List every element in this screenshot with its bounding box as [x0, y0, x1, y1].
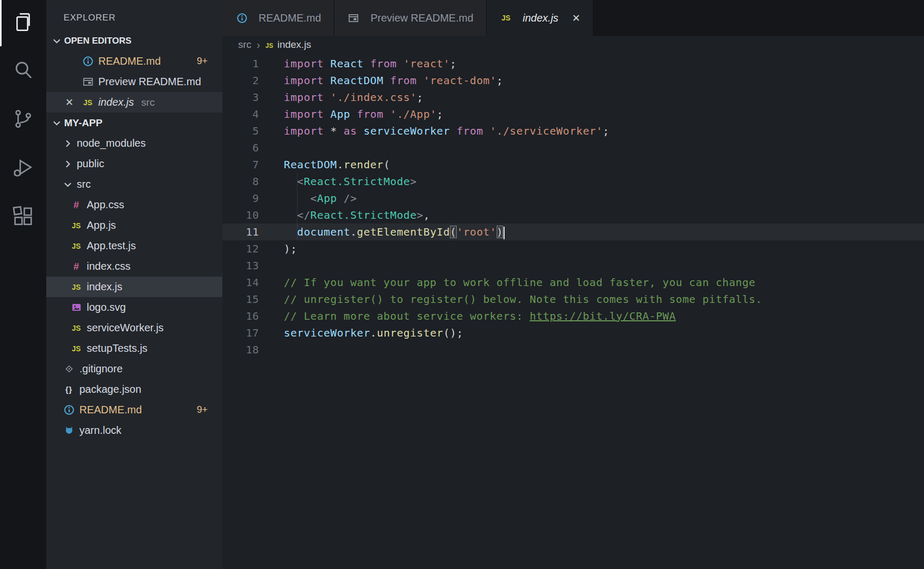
code-line-10[interactable]: 10 </React.StrictMode>, — [222, 207, 924, 223]
folder-label: src — [77, 178, 91, 190]
line-number[interactable]: 4 — [222, 106, 259, 123]
line-number[interactable]: 17 — [222, 324, 259, 341]
line-number[interactable]: 16 — [222, 308, 259, 324]
code-line-6[interactable]: 6 — [222, 139, 924, 156]
line-number[interactable]: 2 — [222, 72, 259, 89]
line-text: import React from 'react'; — [259, 55, 457, 72]
code-token: serviceWorker — [284, 327, 370, 339]
line-number[interactable]: 6 — [222, 139, 259, 156]
activity-bar-item-run-debug[interactable] — [0, 144, 46, 193]
tree-item-src[interactable]: src — [46, 174, 222, 195]
tab-preview-readme-md[interactable]: Preview README.md — [334, 0, 487, 36]
line-number[interactable]: 3 — [222, 89, 259, 106]
line-number[interactable]: 11 — [222, 223, 259, 240]
code-line-7[interactable]: 7ReactDOM.render( — [222, 156, 924, 173]
info-icon — [235, 12, 249, 24]
code-editor[interactable]: 1import React from 'react';2import React… — [222, 54, 924, 569]
close-icon[interactable]: ✕ — [572, 12, 580, 24]
breadcrumb-item-index-js[interactable]: JSindex.js — [265, 39, 311, 50]
open-editor-detail: src — [141, 97, 155, 108]
tree-item-serviceworker-js[interactable]: JSserviceWorker.js — [46, 318, 222, 338]
line-number[interactable]: 13 — [222, 257, 259, 274]
tree-item-index-css[interactable]: #index.css — [46, 256, 222, 277]
tree-item-setuptests-js[interactable]: JSsetupTests.js — [46, 338, 222, 359]
yarn-icon — [62, 424, 76, 437]
line-number[interactable]: 14 — [222, 274, 259, 291]
line-number[interactable]: 9 — [222, 190, 259, 207]
open-editor-index-js[interactable]: ✕JSindex.jssrc — [46, 92, 222, 113]
code-line-9[interactable]: 9 <App /> — [222, 190, 924, 207]
code-line-8[interactable]: 8 <React.StrictMode> — [222, 173, 924, 190]
files-icon — [12, 11, 35, 36]
tree-item-readme-md[interactable]: README.md9+ — [46, 400, 222, 420]
activity-bar-item-search[interactable] — [0, 46, 46, 95]
file-label: logo.svg — [87, 301, 126, 313]
code-token: . — [350, 226, 357, 238]
line-text: <App /> — [259, 190, 357, 207]
line-number[interactable]: 15 — [222, 291, 259, 308]
activity-bar-item-explorer[interactable] — [0, 0, 46, 46]
tab-index-js[interactable]: JSindex.js✕ — [487, 0, 594, 36]
tree-item-package-json[interactable]: {}package.json — [46, 379, 222, 400]
line-number[interactable]: 8 — [222, 173, 259, 190]
code-line-4[interactable]: 4import App from './App'; — [222, 106, 924, 123]
preview-icon — [81, 76, 95, 88]
code-token: ; — [603, 125, 610, 137]
tree-item-app-css[interactable]: #App.css — [46, 195, 222, 215]
code-token: App — [317, 192, 337, 205]
tree-item-index-js[interactable]: JSindex.js — [46, 277, 222, 297]
line-text: ReactDOM.render( — [259, 156, 390, 173]
code-line-11[interactable]: 11 document.getElementById('root') — [222, 223, 924, 240]
code-line-2[interactable]: 2import ReactDOM from 'react-dom'; — [222, 72, 924, 89]
tree-item-app-test-js[interactable]: JSApp.test.js — [46, 236, 222, 256]
close-icon[interactable]: ✕ — [65, 97, 74, 107]
code-token: 'root' — [457, 226, 497, 238]
line-text — [259, 257, 284, 274]
code-token: './serviceWorker' — [490, 125, 603, 137]
code-line-1[interactable]: 1import React from 'react'; — [222, 55, 924, 72]
code-line-14[interactable]: 14// If you want your app to work offlin… — [222, 274, 924, 291]
open-editors-header[interactable]: OPEN EDITORS — [46, 31, 222, 51]
line-number[interactable]: 10 — [222, 207, 259, 223]
code-line-16[interactable]: 16// Learn more about service workers: h… — [222, 308, 924, 324]
tree-item-node-modules[interactable]: node_modules — [46, 133, 222, 154]
line-number[interactable]: 7 — [222, 156, 259, 173]
chevron-right-icon — [62, 158, 74, 170]
line-number[interactable]: 18 — [222, 341, 259, 358]
tree-item-yarn-lock[interactable]: yarn.lock — [46, 420, 222, 441]
line-number[interactable]: 5 — [222, 123, 259, 139]
project-header[interactable]: MY-APP — [46, 113, 222, 133]
code-token: , — [424, 209, 430, 221]
open-editor-readme-md[interactable]: README.md9+ — [46, 51, 222, 72]
dirty-slot: ✕ — [65, 97, 81, 107]
code-line-3[interactable]: 3import './index.css'; — [222, 89, 924, 106]
project-label: MY-APP — [64, 117, 102, 129]
code-line-17[interactable]: 17serviceWorker.unregister(); — [222, 324, 924, 341]
tree-item-public[interactable]: public — [46, 154, 222, 174]
tree-item-gitignore[interactable]: .gitignore — [46, 359, 222, 379]
code-line-15[interactable]: 15// unregister() to register() below. N… — [222, 291, 924, 308]
tab-readme-md[interactable]: README.md — [222, 0, 334, 36]
code-line-13[interactable]: 13 — [222, 257, 924, 274]
breadcrumb-item-src[interactable]: src — [238, 39, 251, 50]
open-editor-preview-readme-md[interactable]: Preview README.md — [46, 72, 222, 92]
activity-bar-item-source-control[interactable] — [0, 95, 46, 144]
code-token: </ — [297, 209, 310, 221]
line-text: <React.StrictMode> — [259, 173, 417, 190]
comment-link[interactable]: https://bit.ly/CRA-PWA — [530, 310, 676, 322]
file-label: package.json — [79, 383, 141, 395]
code-line-12[interactable]: 12); — [222, 240, 924, 257]
tree-item-logo-svg[interactable]: logo.svg — [46, 297, 222, 318]
activity-bar-item-extensions[interactable] — [0, 193, 46, 242]
code-line-18[interactable]: 18 — [222, 341, 924, 358]
code-token: import — [284, 108, 331, 120]
line-number[interactable]: 12 — [222, 240, 259, 257]
line-number[interactable]: 1 — [222, 55, 259, 72]
code-line-5[interactable]: 5import * as serviceWorker from './servi… — [222, 123, 924, 139]
code-token — [284, 209, 297, 221]
indent-guide — [297, 173, 297, 190]
tree-item-app-js[interactable]: JSApp.js — [46, 215, 222, 236]
code-token: './App' — [390, 108, 437, 120]
css-icon: # — [69, 199, 83, 211]
code-token: ; — [437, 108, 444, 120]
